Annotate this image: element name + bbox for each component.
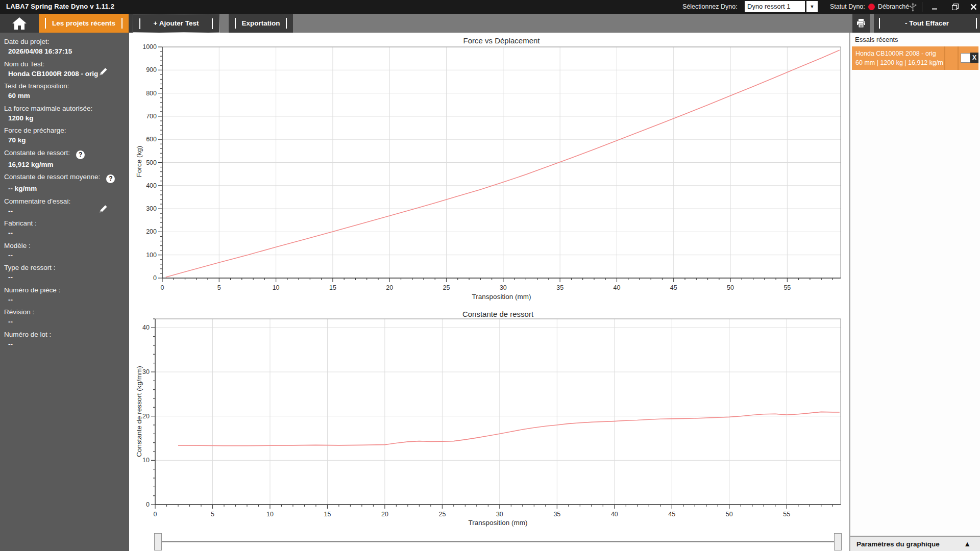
field-label: Type de ressort : bbox=[4, 263, 126, 272]
chevron-down-icon: ▼ bbox=[810, 4, 815, 9]
svg-text:45: 45 bbox=[668, 511, 675, 518]
field-value: 16,912 kg/mm bbox=[4, 159, 126, 169]
sidebar-field: Numéro de pièce :-- bbox=[4, 286, 126, 304]
svg-text:55: 55 bbox=[783, 284, 791, 291]
svg-text:25: 25 bbox=[438, 511, 446, 518]
home-button[interactable] bbox=[0, 14, 39, 33]
svg-text:900: 900 bbox=[146, 66, 157, 73]
tab-edge-bar bbox=[212, 18, 213, 29]
svg-text:100: 100 bbox=[146, 252, 157, 259]
tab-les-projets-recents[interactable]: Les projets récents bbox=[39, 14, 129, 33]
field-label: Numéro de pièce : bbox=[4, 286, 126, 294]
svg-text:5: 5 bbox=[211, 511, 214, 518]
field-value: -- bbox=[4, 339, 126, 348]
sidebar-field: Force de précharge:70 kg bbox=[4, 126, 126, 144]
recent-test-item[interactable]: Honda CB1000R 2008 - orig 60 mm | 1200 k… bbox=[852, 46, 978, 70]
recent-test-text: Honda CB1000R 2008 - orig 60 mm | 1200 k… bbox=[855, 49, 943, 67]
svg-text:30: 30 bbox=[496, 511, 503, 518]
minimize-icon bbox=[932, 4, 938, 10]
svg-text:800: 800 bbox=[146, 90, 157, 97]
tab-edge-bar bbox=[235, 18, 236, 29]
recent-test-title: Honda CB1000R 2008 - orig bbox=[855, 49, 943, 58]
field-label: Numéro de lot : bbox=[4, 330, 126, 339]
force-vs-displacement-chart: 0510152025303540455055010020030040050060… bbox=[129, 33, 849, 308]
svg-text:0: 0 bbox=[153, 274, 157, 282]
status-value: Débranché bbox=[878, 3, 909, 10]
select-dyno-label: Sélectionnez Dyno: bbox=[682, 3, 738, 10]
minimize-button[interactable] bbox=[927, 0, 942, 14]
svg-text:10: 10 bbox=[273, 284, 280, 291]
titlebar-separator bbox=[922, 2, 922, 12]
tab-exportation[interactable]: Exportation bbox=[229, 14, 293, 33]
svg-text:0: 0 bbox=[146, 501, 150, 508]
usb-icon bbox=[909, 2, 917, 14]
sidebar-field: Révision :-- bbox=[4, 308, 126, 326]
tab-edge-bar bbox=[45, 18, 46, 29]
close-icon bbox=[970, 4, 977, 10]
tab-label: Les projets récents bbox=[52, 19, 115, 27]
svg-text:50: 50 bbox=[726, 511, 733, 518]
sidebar-field: La force maximale autorisée:1200 kg bbox=[4, 104, 126, 122]
dyno-select-arrow-button[interactable]: ▼ bbox=[806, 1, 818, 12]
edit-pencil-icon[interactable] bbox=[99, 67, 108, 78]
remove-test-button[interactable]: X bbox=[970, 53, 978, 63]
field-value: 60 mm bbox=[4, 90, 126, 100]
svg-text:30: 30 bbox=[142, 368, 150, 375]
home-icon bbox=[11, 16, 28, 31]
field-label: Modèle : bbox=[4, 241, 126, 250]
graph-settings-bar[interactable]: Paramètres du graphique ▲ bbox=[850, 536, 980, 551]
tab-edge-bar bbox=[121, 18, 122, 29]
x-range-slider-right-handle[interactable] bbox=[834, 533, 842, 550]
graph-settings-label: Paramètres du graphique bbox=[856, 540, 940, 548]
clear-all-label: - Tout Effacer bbox=[905, 19, 949, 27]
tab-edge-bar bbox=[139, 18, 140, 29]
svg-text:35: 35 bbox=[553, 511, 560, 518]
sidebar-field: Test de transposition:60 mm bbox=[4, 82, 126, 100]
title-bar: LABA7 Spring Rate Dyno v 1.11.2 Sélectio… bbox=[0, 0, 980, 14]
svg-text:200: 200 bbox=[146, 228, 157, 235]
svg-text:45: 45 bbox=[670, 284, 677, 291]
svg-text:15: 15 bbox=[324, 511, 331, 518]
app-title: LABA7 Spring Rate Dyno v 1.11.2 bbox=[6, 3, 114, 10]
svg-text:55: 55 bbox=[783, 511, 790, 518]
sidebar-field: Commentaire d'essai:-- bbox=[4, 197, 126, 215]
chart-area: Force vs Déplacement Force (kg) 05101520… bbox=[129, 33, 849, 551]
print-button[interactable] bbox=[852, 14, 870, 33]
close-button[interactable] bbox=[966, 0, 980, 14]
svg-text:15: 15 bbox=[329, 284, 336, 291]
test-visibility-checkbox[interactable] bbox=[961, 53, 970, 63]
field-value: -- bbox=[4, 228, 126, 237]
svg-text:5: 5 bbox=[217, 284, 221, 291]
field-value: -- kg/mm bbox=[4, 183, 126, 193]
status-dyno-label: Statut Dyno: bbox=[830, 3, 865, 10]
rate-chart-xlabel: Transposition (mm) bbox=[155, 519, 841, 527]
svg-text:40: 40 bbox=[611, 511, 618, 518]
field-label: Constante de ressort moyenne:? bbox=[4, 172, 126, 183]
svg-text:400: 400 bbox=[146, 182, 157, 189]
clear-all-button[interactable]: - Tout Effacer bbox=[874, 14, 980, 33]
button-edge-bar bbox=[879, 18, 880, 29]
svg-text:30: 30 bbox=[500, 284, 507, 291]
sidebar-field: Constante de ressort moyenne:?-- kg/mm bbox=[4, 172, 126, 193]
svg-text:1000: 1000 bbox=[142, 43, 157, 51]
field-label: La force maximale autorisée: bbox=[4, 104, 126, 113]
x-range-slider-left-handle[interactable] bbox=[154, 533, 162, 550]
help-icon[interactable]: ? bbox=[76, 151, 85, 159]
spring-rate-chart: 0510152025303540455055010203040 bbox=[129, 308, 849, 538]
field-value: -- bbox=[4, 316, 126, 326]
restore-icon bbox=[952, 4, 959, 10]
field-label: Commentaire d'essai: bbox=[4, 197, 126, 206]
field-label: Nom du Test: bbox=[4, 60, 126, 68]
sidebar-field: Numéro de lot :-- bbox=[4, 330, 126, 348]
svg-text:700: 700 bbox=[146, 113, 157, 120]
dyno-select[interactable]: Dyno ressort 1 bbox=[745, 1, 805, 12]
tab-ajouter-test[interactable]: + Ajouter Test bbox=[133, 14, 219, 33]
tab-bar: Les projets récents + Ajouter Test Expor… bbox=[0, 14, 980, 33]
field-label: Constante de ressort:? bbox=[4, 148, 126, 159]
x-range-slider-track[interactable] bbox=[158, 541, 837, 542]
restore-button[interactable] bbox=[947, 0, 963, 14]
edit-pencil-icon[interactable] bbox=[99, 205, 108, 215]
tab-label: Exportation bbox=[241, 19, 280, 27]
sidebar-field: Constante de ressort:?16,912 kg/mm bbox=[4, 148, 126, 169]
help-icon[interactable]: ? bbox=[106, 174, 115, 183]
